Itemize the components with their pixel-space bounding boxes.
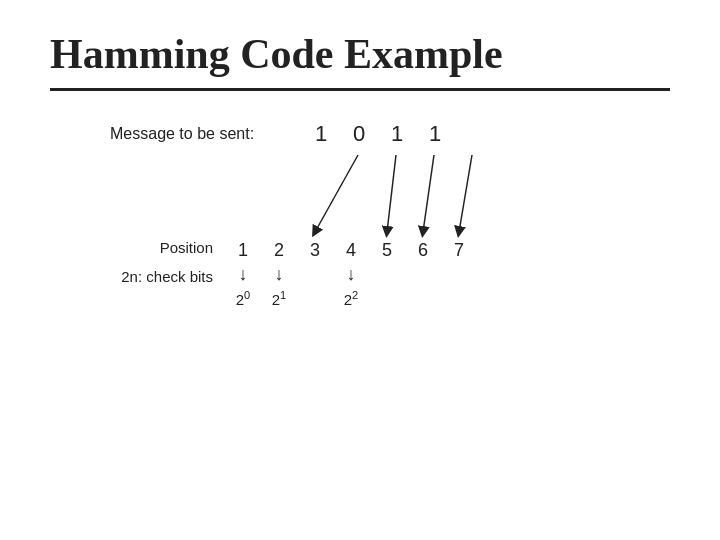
msg-bit-1: 1 bbox=[302, 121, 340, 147]
positions-grid: 1 ↓ 20 2 ↓ 21 3 bbox=[225, 237, 477, 305]
arrows-diagram bbox=[110, 147, 670, 247]
svg-line-3 bbox=[459, 155, 472, 232]
position-label: Position bbox=[110, 239, 225, 256]
page-title: Hamming Code Example bbox=[50, 30, 670, 78]
pos-1-num: 1 bbox=[238, 237, 248, 263]
pos-2-arrow: ↓ bbox=[275, 263, 284, 285]
pos-3-spacer bbox=[312, 263, 317, 285]
pos-5-num: 5 bbox=[382, 237, 392, 263]
pos-2-num: 2 bbox=[274, 237, 284, 263]
page: Hamming Code Example Message to be sent:… bbox=[0, 0, 720, 540]
pos-6-spacer bbox=[420, 263, 425, 285]
divider bbox=[50, 88, 670, 91]
pos-7-power bbox=[457, 285, 461, 305]
pos-6-power bbox=[421, 285, 425, 305]
check-bits-label: 2n: check bits bbox=[110, 268, 225, 285]
msg-bit-4: 1 bbox=[416, 121, 454, 147]
svg-line-2 bbox=[423, 155, 434, 232]
message-label: Message to be sent: bbox=[110, 121, 254, 143]
pos-3-num: 3 bbox=[310, 237, 320, 263]
content-area: Message to be sent: 1 0 1 1 bbox=[50, 121, 670, 305]
pos-4-num: 4 bbox=[346, 237, 356, 263]
pos-5-power bbox=[385, 285, 389, 305]
pos-7-num: 7 bbox=[454, 237, 464, 263]
svg-line-0 bbox=[315, 155, 358, 232]
pos-6-num: 6 bbox=[418, 237, 428, 263]
pos-4-arrow: ↓ bbox=[347, 263, 356, 285]
pos-1-power: 20 bbox=[236, 285, 250, 305]
msg-bit-2: 0 bbox=[340, 121, 378, 147]
pos-3-power bbox=[313, 285, 317, 305]
pos-5-spacer bbox=[384, 263, 389, 285]
pos-1-arrow: ↓ bbox=[239, 263, 248, 285]
pos-2-power: 21 bbox=[272, 285, 286, 305]
pos-4-power: 22 bbox=[344, 285, 358, 305]
pos-7-spacer bbox=[456, 263, 461, 285]
svg-line-1 bbox=[387, 155, 396, 232]
msg-bit-3: 1 bbox=[378, 121, 416, 147]
